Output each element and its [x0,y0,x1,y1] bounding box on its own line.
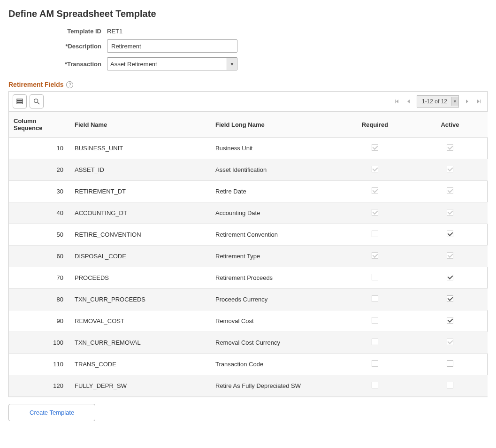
cell-required [337,354,412,375]
description-label: *Description [8,43,107,50]
cell-field-long-name: Accounting Date [211,202,337,224]
required-checkbox [372,209,378,216]
cell-required [337,375,412,397]
cell-field-long-name: Removal Cost Currency [211,332,337,354]
page-indicator-text: 1-12 of 12 [422,98,447,105]
table-row: 30RETIREMENT_DTRetire Date [9,181,488,202]
table-row: 60DISPOSAL_CODERetirement Type [9,246,488,267]
active-checkbox[interactable] [447,274,453,280]
cell-required [337,246,412,267]
required-checkbox [372,274,378,280]
cell-active [412,246,488,267]
cell-active [412,202,488,224]
cell-field-long-name: Retire Date [211,181,337,202]
cell-active [412,310,488,332]
template-id-label: Template ID [8,28,107,35]
chevron-down-icon: ▼ [451,97,458,106]
last-page-icon[interactable] [475,97,483,106]
transaction-select[interactable]: Asset Retirement [107,57,237,70]
help-icon[interactable]: ? [66,81,73,88]
col-field-name[interactable]: Field Name [70,112,211,138]
cell-seq: 50 [9,224,70,246]
cell-active [412,138,488,159]
cell-active [412,375,488,397]
cell-field-name: RETIRE_CONVENTION [70,224,211,246]
cell-field-name: PROCEEDS [70,267,211,289]
cell-field-long-name: Retire As Fully Depreciated SW [211,375,337,397]
cell-field-long-name: Business Unit [211,138,337,159]
active-checkbox[interactable] [447,360,453,367]
cell-seq: 120 [9,375,70,397]
cell-seq: 20 [9,159,70,181]
required-checkbox [372,144,378,151]
cell-field-name: ACCOUNTING_DT [70,202,211,224]
cell-required [337,138,412,159]
table-row: 20ASSET_IDAsset Identification [9,159,488,181]
active-checkbox[interactable] [447,231,453,237]
active-checkbox[interactable] [447,382,453,388]
required-checkbox [372,339,378,345]
col-field-long-name[interactable]: Field Long Name [211,112,337,138]
page-title: Define AM Spreadsheet Template [8,8,488,19]
required-checkbox [372,382,378,388]
cell-field-long-name: Retirement Proceeds [211,267,337,289]
cell-active [412,181,488,202]
col-active[interactable]: Active [412,112,488,138]
table-row: 10BUSINESS_UNITBusiness Unit [9,138,488,159]
description-input[interactable] [107,39,237,53]
grid: 1-12 of 12 ▼ Column Sequence Field Name … [8,91,488,397]
cell-seq: 100 [9,332,70,354]
cell-required [337,332,412,354]
table-row: 40ACCOUNTING_DTAccounting Date [9,202,488,224]
cell-field-name: RETIREMENT_DT [70,181,211,202]
prev-page-icon[interactable] [404,97,413,106]
cell-field-name: TXN_CURR_REMOVAL [70,332,211,354]
table-row: 70PROCEEDSRetirement Proceeds [9,267,488,289]
first-page-icon[interactable] [392,97,401,106]
col-required[interactable]: Required [337,112,412,138]
cell-active [412,267,488,289]
cell-required [337,267,412,289]
table-row: 100TXN_CURR_REMOVALRemoval Cost Currency [9,332,488,354]
next-page-icon[interactable] [463,97,471,106]
cell-field-name: ASSET_ID [70,159,211,181]
cell-seq: 90 [9,310,70,332]
cell-seq: 30 [9,181,70,202]
create-template-button[interactable]: Create Template [8,404,95,421]
required-checkbox [372,252,378,259]
grid-action-button[interactable] [13,94,27,108]
cell-seq: 110 [9,354,70,375]
active-checkbox[interactable] [447,317,453,324]
cell-seq: 60 [9,246,70,267]
cell-seq: 40 [9,202,70,224]
svg-rect-1 [17,101,23,102]
cell-field-long-name: Removal Cost [211,310,337,332]
search-button[interactable] [30,94,44,108]
required-checkbox [372,295,378,302]
cell-active [412,354,488,375]
cell-field-name: REMOVAL_COST [70,310,211,332]
active-checkbox [447,144,453,151]
active-checkbox [447,209,453,216]
cell-field-name: BUSINESS_UNIT [70,138,211,159]
cell-field-long-name: Transaction Code [211,354,337,375]
cell-field-name: DISPOSAL_CODE [70,246,211,267]
cell-required [337,181,412,202]
cell-required [337,202,412,224]
cell-field-long-name: Proceeds Currency [211,289,337,310]
cell-field-long-name: Retirement Type [211,246,337,267]
active-checkbox [447,187,453,194]
svg-point-3 [34,99,38,103]
table-row: 80TXN_CURR_PROCEEDSProceeds Currency [9,289,488,310]
page-indicator[interactable]: 1-12 of 12 ▼ [417,95,459,108]
col-seq[interactable]: Column Sequence [9,112,70,138]
cell-active [412,289,488,310]
active-checkbox [447,166,453,172]
active-checkbox[interactable] [447,295,453,302]
cell-active [412,332,488,354]
cell-field-long-name: Asset Identification [211,159,337,181]
required-checkbox [372,231,378,237]
section-title: Retirement Fields [8,81,63,88]
cell-field-name: FULLY_DEPR_SW [70,375,211,397]
cell-seq: 10 [9,138,70,159]
